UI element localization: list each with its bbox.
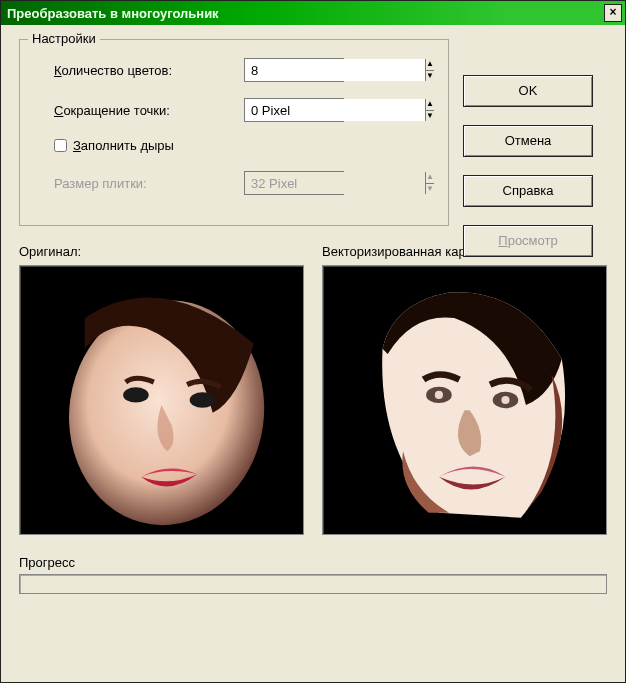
window-title: Преобразовать в многоугольник [7,6,219,21]
tile-label: Размер плитки: [34,176,244,191]
svg-point-2 [123,387,149,402]
original-image [26,272,297,528]
colors-row: Количество цветов: ▲ ▼ [34,58,434,82]
fill-holes-checkbox[interactable] [54,139,67,152]
spin-up-icon: ▲ [426,172,434,184]
original-label: Оригинал: [19,244,304,259]
colors-input[interactable] [245,59,425,81]
reduction-row: Сокращение точки: ▲ ▼ [34,98,434,122]
reduction-spinner[interactable]: ▲ ▼ [244,98,344,122]
button-panel: OK Отмена Справка Просмотр [463,75,593,275]
tile-input [245,172,425,194]
fill-holes-row: Заполнить дыры [54,138,434,153]
spin-down-icon[interactable]: ▼ [426,71,434,82]
reduction-input[interactable] [245,99,425,121]
spin-down-icon[interactable]: ▼ [426,111,434,122]
vector-image [329,272,600,528]
original-preview [19,265,304,535]
progress-section: Прогресс [19,555,607,594]
spin-down-icon: ▼ [426,184,434,195]
dialog-body: OK Отмена Справка Просмотр Настройки Кол… [1,25,625,608]
titlebar: Преобразовать в многоугольник × [1,1,625,25]
spin-up-icon[interactable]: ▲ [426,59,434,71]
settings-legend: Настройки [28,31,100,46]
cancel-button[interactable]: Отмена [463,125,593,157]
tile-row: Размер плитки: ▲ ▼ [34,171,434,195]
settings-fieldset: Настройки Количество цветов: ▲ ▼ Сокраще… [19,39,449,226]
colors-spinner[interactable]: ▲ ▼ [244,58,344,82]
preview-button: Просмотр [463,225,593,257]
dialog-window: Преобразовать в многоугольник × OK Отмен… [0,0,626,683]
vector-preview [322,265,607,535]
previews-row: Оригинал: [19,244,607,535]
colors-spin-buttons[interactable]: ▲ ▼ [425,59,434,81]
original-preview-col: Оригинал: [19,244,304,535]
svg-point-8 [501,396,509,404]
close-button[interactable]: × [604,4,622,22]
help-button[interactable]: Справка [463,175,593,207]
progress-bar [19,574,607,594]
vector-preview-col: Векторизированная картина: [322,244,607,535]
svg-point-3 [190,392,216,407]
svg-point-7 [435,391,443,399]
reduction-label: Сокращение точки: [34,103,244,118]
reduction-spin-buttons[interactable]: ▲ ▼ [425,99,434,121]
colors-label: Количество цветов: [34,63,244,78]
tile-spin-buttons: ▲ ▼ [425,172,434,194]
fill-holes-label: Заполнить дыры [73,138,174,153]
ok-button[interactable]: OK [463,75,593,107]
spin-up-icon[interactable]: ▲ [426,99,434,111]
progress-label: Прогресс [19,555,607,570]
tile-spinner: ▲ ▼ [244,171,344,195]
